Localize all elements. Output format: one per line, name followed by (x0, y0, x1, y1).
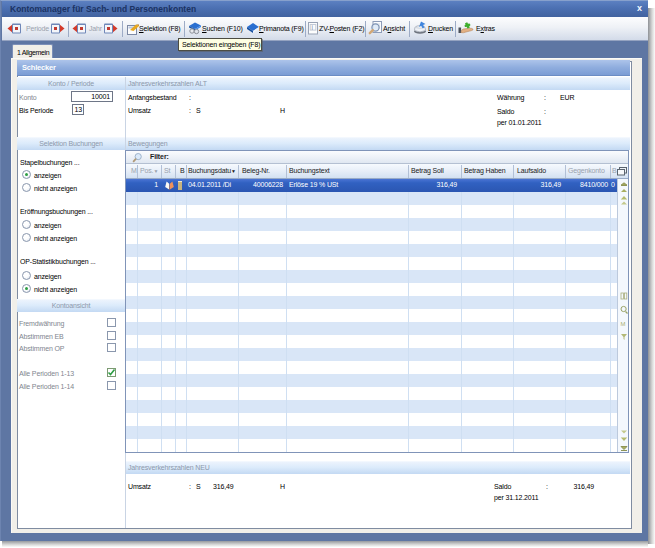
svg-text:M: M (621, 321, 626, 327)
